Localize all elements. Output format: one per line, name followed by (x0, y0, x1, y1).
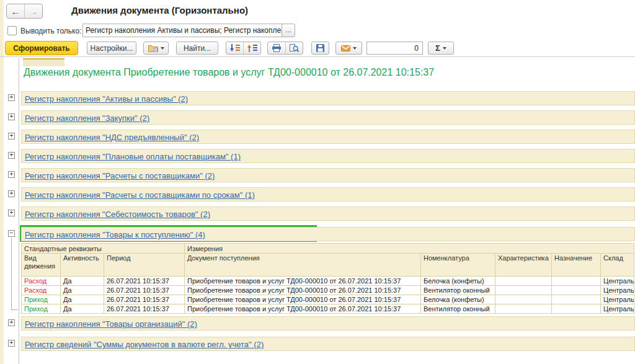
register-section-link[interactable]: Регистр накопления "Расчеты с поставщика… (25, 171, 215, 180)
save-icon (316, 44, 324, 52)
table-cell: Да (61, 277, 104, 286)
email-button[interactable] (335, 42, 362, 55)
grouping-gutter-divider (19, 58, 19, 364)
table-cell (495, 277, 552, 286)
table-cell: Белочка (конфеты) (421, 277, 495, 286)
expand-toggle[interactable]: + (8, 210, 15, 216)
table-group-header: Стандартные реквизиты (22, 244, 185, 254)
forward-button[interactable]: → (25, 4, 42, 18)
table-cell (495, 295, 552, 304)
table-cell: 26.07.2021 10:15:37 (104, 286, 185, 295)
expand-groups-button[interactable] (226, 42, 243, 54)
registers-filter-input[interactable]: Регистр накопления Активы и пассивы; Рег… (82, 24, 285, 37)
collapse-groups-button[interactable] (243, 42, 260, 54)
table-row[interactable]: ПриходДа26.07.2021 10:15:37Приобретение … (22, 295, 634, 304)
table-row[interactable]: ПриходДа26.07.2021 10:15:37Приобретение … (22, 304, 634, 314)
table-column-header: Вид движения (22, 254, 61, 277)
register-section-link[interactable]: Регистр накопления "Плановые оплаты пост… (25, 152, 241, 161)
expand-toggle[interactable]: + (8, 190, 15, 197)
chevron-down-icon (161, 47, 164, 50)
toolbar-divider (0, 56, 635, 57)
expand-toggle[interactable]: + (8, 171, 15, 178)
table-cell: Вентилятор оконный (421, 304, 495, 314)
app-window: ← → Движения документа (Горизонтально) В… (0, 0, 635, 364)
table-cell: Приобретение товаров и услуг ТД00-000010… (185, 304, 421, 314)
register-section-row: Регистр накопления "Активы и пассивы" (2… (21, 91, 635, 105)
table-cell (552, 295, 601, 304)
print-button[interactable] (268, 42, 285, 54)
envelope-icon (341, 45, 350, 51)
collapse-toggle[interactable]: − (8, 230, 15, 237)
register-section-link[interactable]: Регистр накопления "Товары к поступлению… (25, 230, 205, 239)
report-variants-button[interactable] (143, 42, 169, 55)
expand-toggle[interactable]: + (8, 113, 15, 120)
table-cell: Центральный (601, 286, 634, 295)
show-only-checkbox[interactable] (7, 26, 17, 35)
table-cell: 26.07.2021 10:15:37 (104, 295, 185, 304)
print-buttons (267, 42, 303, 55)
expand-toggle[interactable]: + (8, 94, 15, 101)
settings-button[interactable]: Настройки... (87, 42, 136, 55)
table-column-header: Назначение (552, 254, 601, 277)
row-count-input[interactable] (366, 42, 423, 55)
chevron-down-icon (353, 47, 357, 50)
table-column-header: Документ поступления (185, 254, 421, 277)
report-title: Движения документа Приобретение товаров … (24, 67, 434, 78)
register-section-link[interactable]: Регистр накопления "НДС предъявленный" (… (25, 133, 199, 142)
movements-table: Стандартные реквизитыИзмеренияВид движен… (21, 243, 634, 314)
register-section-link[interactable]: Регистр накопления "Закупки" (2) (25, 113, 149, 123)
chevron-down-icon (443, 47, 446, 50)
preview-button[interactable] (285, 42, 303, 54)
expand-toggle[interactable]: + (8, 319, 15, 326)
report-body: Движения документа Приобретение товаров … (4, 58, 635, 364)
save-button[interactable] (311, 42, 329, 55)
table-column-header: Период (104, 254, 185, 277)
registers-filter-more-button[interactable]: ... (282, 24, 295, 37)
table-cell: Белочка (конфеты) (421, 295, 495, 304)
preview-icon (289, 44, 299, 52)
register-section-row: Регистр накопления "Товары организаций" … (21, 316, 635, 331)
table-cell (552, 304, 601, 314)
movement-type-cell: Расход (22, 277, 61, 286)
generate-button[interactable]: Сформировать (5, 41, 78, 55)
register-section-link[interactable]: Регистр накопления "Товары организаций" … (25, 319, 197, 329)
register-section-row: Регистр накопления "Расчеты с поставщика… (21, 187, 635, 202)
register-section-row: Регистр накопления "НДС предъявленный" (… (21, 130, 635, 144)
register-section-link[interactable]: Регистр накопления "Расчеты с поставщика… (25, 190, 255, 200)
register-section-link[interactable]: Регистр сведений "Суммы документов в вал… (25, 340, 264, 349)
sum-button[interactable]: Σ (428, 42, 454, 55)
movement-type-cell: Приход (22, 295, 61, 304)
tree-line (11, 238, 12, 309)
table-cell: Да (61, 304, 104, 314)
folder-report-icon (148, 44, 158, 52)
back-button[interactable]: ← (7, 4, 25, 18)
grouping-buttons (226, 42, 261, 55)
table-cell: Да (61, 286, 104, 295)
register-section-row: Регистр сведений "Суммы документов в вал… (21, 337, 635, 351)
sigma-icon: Σ (435, 43, 440, 53)
window-title: Движения документа (Горизонтально) (71, 5, 248, 16)
register-section-row: Регистр накопления "Товары к поступлению… (21, 227, 635, 241)
expand-groups-icon (229, 44, 241, 52)
table-cell (495, 286, 552, 295)
table-cell (552, 277, 601, 286)
table-group-header: Измерения (185, 244, 634, 254)
expand-toggle[interactable]: + (8, 340, 15, 347)
expand-toggle[interactable]: + (8, 133, 15, 140)
collapse-groups-icon (247, 44, 258, 52)
table-column-header: Активность (61, 254, 104, 277)
printer-icon (272, 44, 282, 52)
table-cell: Приобретение товаров и услуг ТД00-000010… (185, 295, 421, 304)
register-section-row: Регистр накопления "Плановые оплаты пост… (21, 149, 635, 163)
register-section-row: Регистр накопления "Расчеты с поставщика… (21, 168, 635, 182)
table-column-header: Склад (601, 254, 634, 277)
table-cell: 26.07.2021 10:15:37 (104, 277, 185, 286)
find-button[interactable]: Найти... (176, 42, 218, 55)
register-section-link[interactable]: Регистр накопления "Себестоимость товаро… (25, 210, 210, 219)
register-section-link[interactable]: Регистр накопления "Активы и пассивы" (2… (25, 94, 188, 104)
expand-toggle[interactable]: + (8, 152, 15, 159)
table-row[interactable]: РасходДа26.07.2021 10:15:37Приобретение … (22, 286, 634, 295)
table-row[interactable]: РасходДа26.07.2021 10:15:37Приобретение … (22, 277, 634, 286)
show-only-label: Выводить только: (20, 27, 81, 35)
table-cell: 26.07.2021 10:15:37 (104, 304, 185, 314)
